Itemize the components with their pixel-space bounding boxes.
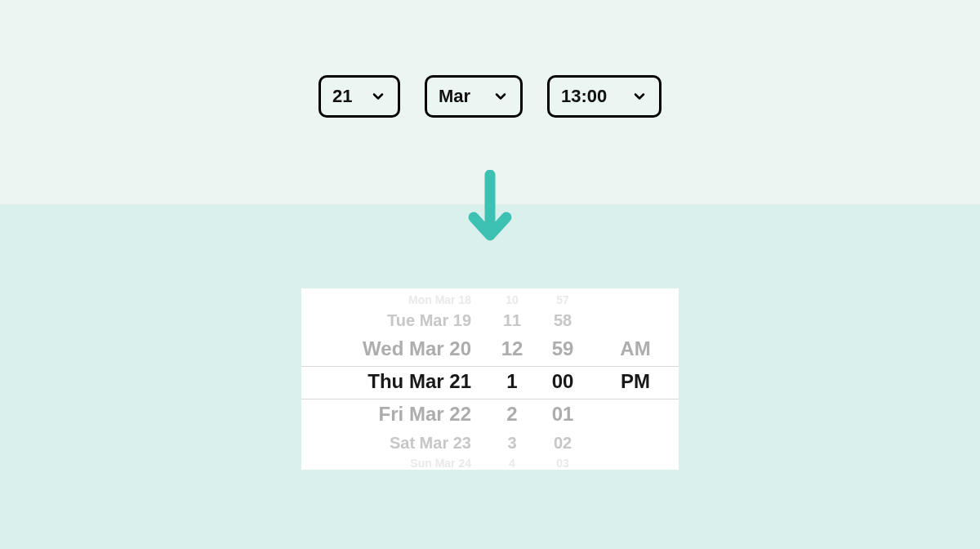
date-option[interactable]: Fri Mar 22 xyxy=(379,398,491,431)
minute-option[interactable]: 02 xyxy=(554,431,572,455)
hour-option[interactable]: 2 xyxy=(506,398,517,431)
minute-column[interactable]: 57 58 59 00 01 02 03 xyxy=(533,288,592,470)
month-dropdown[interactable]: Mar xyxy=(425,75,523,118)
date-option[interactable]: Sun Mar 24 xyxy=(410,455,491,470)
selection-divider-bottom xyxy=(301,399,679,399)
date-option[interactable]: Tue Mar 19 xyxy=(387,308,491,333)
minute-option-selected[interactable]: 00 xyxy=(552,365,574,398)
minute-option[interactable]: 01 xyxy=(552,398,574,431)
month-value: Mar xyxy=(439,86,470,107)
chevron-down-icon xyxy=(370,88,386,105)
date-option[interactable]: Mon Mar 18 xyxy=(408,292,491,308)
arrow-down-icon xyxy=(466,170,514,247)
hour-option[interactable]: 3 xyxy=(507,431,516,455)
minute-option[interactable]: 59 xyxy=(552,333,574,365)
selection-divider-top xyxy=(301,366,679,367)
minute-option[interactable]: 03 xyxy=(556,455,569,470)
chevron-down-icon xyxy=(631,88,648,105)
hour-option[interactable]: 11 xyxy=(503,308,521,333)
time-dropdown[interactable]: 13:00 xyxy=(547,75,662,118)
ampm-option-selected[interactable]: PM xyxy=(621,365,650,398)
day-value: 21 xyxy=(332,86,352,107)
bottom-panel: Mon Mar 18 Tue Mar 19 Wed Mar 20 Thu Mar… xyxy=(0,204,980,549)
date-option-selected[interactable]: Thu Mar 21 xyxy=(368,365,491,398)
minute-option[interactable]: 57 xyxy=(556,292,569,308)
time-value: 13:00 xyxy=(561,86,607,107)
date-option[interactable]: Sat Mar 23 xyxy=(390,431,491,455)
hour-option[interactable]: 12 xyxy=(501,333,523,365)
minute-option[interactable]: 58 xyxy=(554,308,572,333)
chevron-down-icon xyxy=(492,88,509,105)
hour-option[interactable]: 4 xyxy=(509,455,515,470)
hour-option-selected[interactable]: 1 xyxy=(506,365,517,398)
ampm-option[interactable]: AM xyxy=(620,333,650,365)
hour-column[interactable]: 10 11 12 1 2 3 4 xyxy=(491,288,533,470)
ampm-column[interactable]: AM PM xyxy=(592,288,679,470)
date-column[interactable]: Mon Mar 18 Tue Mar 19 Wed Mar 20 Thu Mar… xyxy=(301,288,491,470)
scroll-picker[interactable]: Mon Mar 18 Tue Mar 19 Wed Mar 20 Thu Mar… xyxy=(301,288,679,470)
date-option[interactable]: Wed Mar 20 xyxy=(363,333,491,365)
hour-option[interactable]: 10 xyxy=(506,292,519,308)
day-dropdown[interactable]: 21 xyxy=(318,75,400,118)
